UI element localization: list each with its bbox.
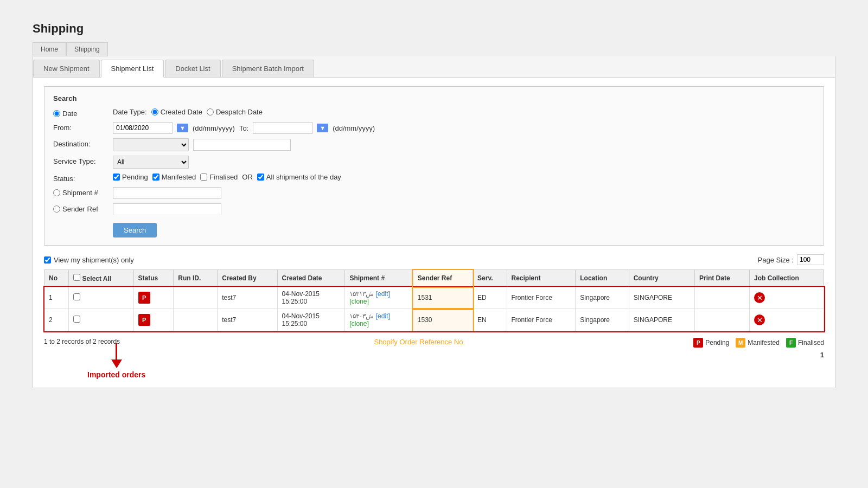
view-only-label[interactable]: View my shipment(s) only	[44, 256, 134, 264]
status-controls: Pending Manifested Finalised OR	[113, 173, 341, 181]
page-size-input[interactable]: 100	[797, 254, 824, 265]
destination-input[interactable]	[193, 139, 291, 151]
cell-recipient: Frontier Force	[507, 309, 576, 331]
cell-checkbox[interactable]	[69, 287, 133, 309]
sender-radio-label[interactable]: Sender Ref	[53, 205, 113, 213]
cell-created-by: test7	[218, 287, 277, 309]
status-label: Status:	[53, 175, 75, 183]
table-row: 1 P test7 04-Nov-201515:25:00 ش۱۵۳۱۳ [ed…	[44, 287, 824, 309]
col-select-all[interactable]: Select All	[69, 270, 133, 287]
date-type-label: Date Type:	[113, 108, 147, 116]
select-all-checkbox[interactable]	[73, 274, 80, 281]
table-wrapper: No Select All Status Run ID. Created By …	[44, 269, 824, 331]
service-controls: All	[113, 156, 189, 169]
tab-new-shipment[interactable]: New Shipment	[33, 60, 100, 77]
date-to-input[interactable]	[253, 122, 312, 134]
date-radio[interactable]	[53, 110, 60, 117]
service-label: Service Type:	[53, 157, 96, 165]
cell-shipment-num: ش۱۵۳۰۳ [edit] [clone]	[345, 309, 413, 331]
cell-status: P	[133, 287, 174, 309]
col-no: No	[44, 270, 69, 287]
cell-status: P	[133, 309, 174, 331]
status-finalised-label[interactable]: Finalised	[200, 173, 238, 181]
shipment-radio[interactable]	[53, 189, 60, 196]
cell-recipient: Frontier Force	[507, 287, 576, 309]
from-label: From:	[53, 124, 72, 132]
legend-pending: P Pending	[693, 338, 729, 348]
from-controls: ▼ (dd/mm/yyyy) To: ▼ (dd/mm/yyyy)	[113, 122, 375, 134]
created-date-radio[interactable]	[151, 108, 158, 115]
shipment-clone-link[interactable]: [clone]	[349, 320, 368, 328]
cell-checkbox[interactable]	[69, 309, 133, 331]
search-button[interactable]: Search	[113, 223, 157, 237]
cell-shipment-num: ش۱۵۳۱۳ [edit] [clone]	[345, 287, 413, 309]
sender-radio[interactable]	[53, 206, 60, 213]
status-manifested-label[interactable]: Manifested	[152, 173, 196, 181]
date-format-from: (dd/mm/yyyy)	[193, 124, 235, 132]
destination-select[interactable]	[113, 138, 189, 151]
cell-location: Singapore	[576, 287, 629, 309]
date-format-to: (dd/mm/yyyy)	[333, 124, 375, 132]
shipment-clone-link[interactable]: [clone]	[349, 298, 368, 305]
status-allday-checkbox[interactable]	[257, 174, 264, 181]
despatch-date-label[interactable]: Despatch Date	[207, 108, 263, 116]
tab-shipment-batch-import[interactable]: Shipment Batch Import	[222, 60, 314, 77]
status-finalised-checkbox[interactable]	[200, 174, 207, 181]
table-row: 2 P test7 04-Nov-201515:25:00 ش۱۵۳۰۳ [ed…	[44, 309, 824, 331]
or-text: OR	[242, 173, 253, 181]
search-row-sender: Sender Ref	[53, 203, 815, 215]
status-manifested-checkbox[interactable]	[152, 174, 159, 181]
cell-print-date	[694, 309, 749, 331]
date-from-input[interactable]	[113, 122, 173, 134]
breadcrumb-shipping[interactable]: Shipping	[66, 42, 108, 56]
tabs-bar: New Shipment Shipment List Docket List S…	[33, 56, 835, 78]
service-select[interactable]: All	[113, 156, 189, 169]
col-status: Status	[133, 270, 174, 287]
cell-serv: EN	[473, 309, 507, 331]
date-radio-label[interactable]: Date	[53, 110, 113, 118]
tab-docket-list[interactable]: Docket List	[165, 60, 220, 77]
legend-finalised-icon: F	[786, 338, 796, 348]
status-allday-label[interactable]: All shipments of the day	[257, 173, 341, 181]
date-from-btn[interactable]: ▼	[177, 124, 188, 132]
status-pending-checkbox[interactable]	[113, 174, 120, 181]
cell-created-date: 04-Nov-201515:25:00	[277, 309, 345, 331]
legend-pending-icon: P	[693, 338, 703, 348]
sender-controls	[113, 203, 221, 215]
shipment-edit-link[interactable]: [edit]	[376, 290, 390, 298]
destination-controls	[113, 138, 291, 151]
shipment-input[interactable]	[113, 187, 221, 199]
shipment-edit-link[interactable]: [edit]	[376, 312, 390, 320]
table-controls: View my shipment(s) only Page Size : 100	[44, 254, 824, 265]
cell-country: SINGAPORE	[629, 287, 694, 309]
status-pending-label[interactable]: Pending	[113, 173, 148, 181]
search-row-destination: Destination:	[53, 138, 815, 151]
tab-shipment-list[interactable]: Shipment List	[101, 60, 164, 78]
view-only-checkbox[interactable]	[44, 256, 51, 264]
sender-ref-input[interactable]	[113, 203, 221, 215]
status-badge-pending: P	[138, 292, 150, 304]
col-created-date: Created Date	[277, 270, 345, 287]
col-shipment-num: Shipment #	[345, 270, 413, 287]
cell-sender-ref: 1531	[413, 287, 473, 309]
breadcrumb-home[interactable]: Home	[33, 42, 66, 56]
delete-button[interactable]: ✕	[754, 292, 765, 303]
delete-button[interactable]: ✕	[754, 314, 765, 325]
search-row-from: From: ▼ (dd/mm/yyyy) To: ▼ (dd/mm/yyyy)	[53, 122, 815, 134]
main-panel: New Shipment Shipment List Docket List S…	[33, 56, 835, 388]
search-row-date: Date Date Type: Created Date Despatch Da…	[53, 108, 815, 118]
imported-arrow-shaft	[116, 343, 117, 359]
page-wrapper: Shipping Home Shipping New Shipment Ship…	[0, 0, 868, 410]
legend-manifested-icon: M	[736, 338, 745, 348]
cell-created-by: test7	[218, 309, 277, 331]
page-number[interactable]: 1	[820, 351, 824, 359]
despatch-date-radio[interactable]	[207, 108, 214, 115]
panel-content: Search Date Date Type: Created Date	[33, 78, 835, 388]
created-date-label[interactable]: Created Date	[151, 108, 202, 116]
search-title: Search	[53, 94, 815, 102]
shipment-radio-label[interactable]: Shipment #	[53, 189, 113, 197]
col-print-date: Print Date	[694, 270, 749, 287]
cell-no: 2	[44, 309, 69, 331]
date-to-btn[interactable]: ▼	[317, 124, 328, 132]
imported-orders-label: Imported orders	[87, 370, 145, 379]
